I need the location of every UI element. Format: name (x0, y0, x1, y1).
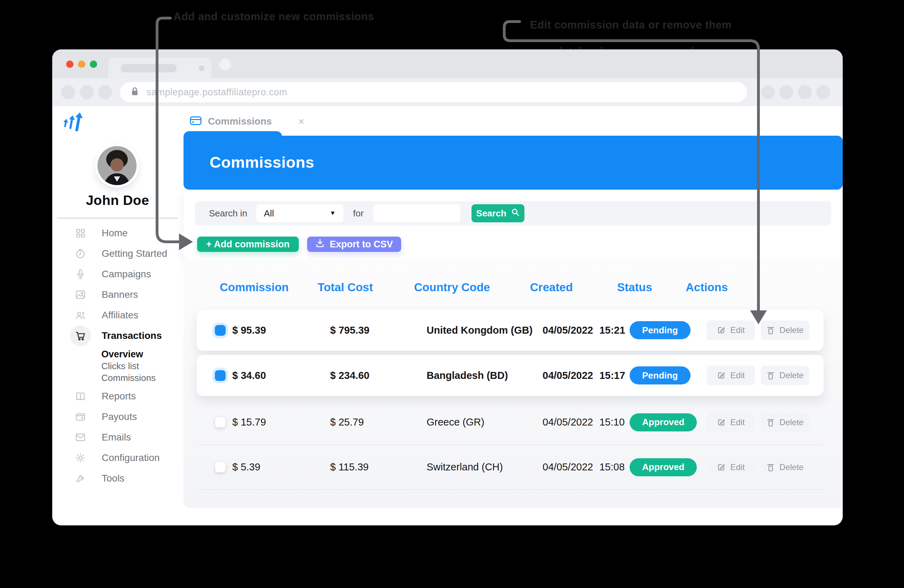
table-rows: $ 95.39 $ 795.39 United Kongdom (GB) 04/… (197, 310, 823, 490)
address-bar[interactable]: samplepage.postaffiliatepro.com (120, 82, 747, 102)
row-checkbox[interactable] (215, 325, 226, 336)
sidebar-item-label: Campaigns (102, 269, 151, 280)
sidebar-item-emails[interactable]: Emails (52, 427, 183, 448)
page-header-banner: Commissions (183, 136, 843, 190)
search-input[interactable] (373, 204, 460, 222)
close-window-button[interactable] (66, 60, 73, 68)
sidebar-item-label: Tools (102, 473, 124, 484)
browser-toolbar: samplepage.postaffiliatepro.com (52, 78, 843, 106)
minimize-window-button[interactable] (78, 60, 85, 68)
sidebar: John Doe HomeGetting StartedCampaignsBan… (52, 136, 183, 525)
edit-button[interactable]: Edit (706, 457, 755, 477)
sidebar-item-label: Home (102, 227, 128, 239)
sidebar-item-reports[interactable]: Reports (52, 386, 183, 407)
url-text: samplepage.postaffiliatepro.com (147, 87, 287, 98)
search-bar: Search in All ▼ for Search (195, 201, 831, 225)
wallet-icon (74, 411, 86, 423)
delete-button[interactable]: Delete (761, 457, 809, 477)
table-row[interactable]: $ 15.79 $ 25.79 Greece (GR) 04/05/2022 1… (197, 400, 823, 445)
extension-button-1[interactable] (761, 85, 775, 99)
trash-icon (767, 418, 775, 427)
table-row[interactable]: $ 34.60 $ 234.60 Bangladesh (BD) 04/05/2… (197, 355, 823, 396)
created-cell: 04/05/2022 15:17 (542, 370, 630, 381)
back-button[interactable] (61, 85, 75, 99)
table-actions-row: + Add commission Export to CSV (197, 236, 401, 252)
edit-button[interactable]: Edit (706, 413, 755, 432)
sidebar-item-label: Transactions (102, 330, 162, 341)
delete-button[interactable]: Delete (761, 320, 809, 340)
column-header-created: Created (530, 281, 630, 294)
edit-pencil-icon (717, 463, 726, 472)
search-filter-select[interactable]: All ▼ (256, 204, 343, 222)
new-tab-button[interactable] (220, 58, 231, 70)
app-tab-commissions[interactable]: Commissions × (190, 114, 304, 129)
search-button[interactable]: Search (471, 204, 525, 222)
country-code-cell: United Kongdom (GB) (427, 325, 542, 336)
edit-button[interactable]: Edit (706, 366, 755, 385)
export-csv-label: Export to CSV (330, 239, 393, 250)
row-actions: Edit Delete (706, 320, 823, 340)
row-checkbox[interactable] (215, 370, 226, 381)
edit-button[interactable]: Edit (706, 320, 755, 340)
delete-button[interactable]: Delete (761, 413, 809, 432)
row-actions: Edit Delete (706, 413, 823, 432)
sidebar-subitem-clicks-list[interactable]: Clicks list (52, 360, 183, 372)
sidebar-item-banners[interactable]: Banners (52, 284, 183, 305)
sidebar-item-getting-started[interactable]: Getting Started (52, 243, 183, 264)
export-csv-button[interactable]: Export to CSV (307, 236, 401, 252)
extension-button-3[interactable] (798, 85, 812, 99)
add-commission-button[interactable]: + Add commission (197, 236, 299, 252)
created-cell: 04/05/2022 15:08 (542, 461, 630, 473)
gear-icon (74, 452, 86, 464)
commission-cell: $ 34.60 (232, 370, 330, 381)
sidebar-item-label: Reports (102, 391, 136, 402)
status-badge: Approved (630, 458, 697, 476)
table-row[interactable]: $ 95.39 $ 795.39 United Kongdom (GB) 04/… (197, 310, 823, 351)
browser-menu-button[interactable] (816, 85, 830, 99)
trash-icon (767, 463, 775, 472)
sidebar-item-configuration[interactable]: Configuration (52, 448, 183, 468)
total-cost-cell: $ 795.39 (330, 325, 427, 336)
sidebar-subitem-overview[interactable]: Overview (52, 348, 183, 360)
commissions-table: CommissionTotal CostCountry CodeCreatedS… (183, 259, 843, 508)
delete-button[interactable]: Delete (761, 366, 809, 385)
chevron-down-icon: ▼ (330, 210, 336, 217)
status-badge: Pending (630, 321, 691, 339)
extension-button-2[interactable] (779, 85, 793, 99)
table-header-row: CommissionTotal CostCountry CodeCreatedS… (197, 281, 823, 294)
sidebar-item-transactions[interactable]: Transactions (52, 325, 183, 346)
row-checkbox[interactable] (215, 417, 226, 427)
annotation-add-commissions: Add and customize new commissions (174, 10, 374, 23)
annotation-edit-line1: Edit commission data or remove them (530, 12, 732, 38)
sidebar-menu: HomeGetting StartedCampaignsBannersAffil… (52, 223, 183, 489)
refresh-button[interactable] (98, 85, 112, 99)
search-button-label: Search (476, 208, 506, 219)
sidebar-item-affiliates[interactable]: Affiliates (52, 305, 183, 325)
forward-button[interactable] (80, 85, 94, 99)
search-in-label: Search in (209, 208, 247, 219)
sidebar-item-label: Getting Started (102, 248, 167, 259)
row-actions: Edit Delete (706, 366, 823, 385)
table-row[interactable]: $ 5.39 $ 115.39 Switzerland (CH) 04/05/2… (197, 445, 823, 490)
status-badge: Approved (630, 413, 697, 432)
envelope-icon (74, 432, 86, 443)
commission-cell: $ 5.39 (232, 461, 330, 473)
tab-close-dot[interactable] (199, 65, 204, 71)
app-tab-close-icon[interactable]: × (299, 115, 305, 127)
edit-pencil-icon (717, 418, 726, 427)
row-checkbox[interactable] (215, 462, 226, 473)
card-icon (190, 116, 202, 127)
sidebar-subitem-commissions[interactable]: Commissions (52, 372, 183, 384)
cart-icon (70, 325, 91, 346)
trash-icon (767, 371, 775, 380)
main-content: Commissions Search in All ▼ for Search (183, 136, 843, 525)
search-icon (511, 208, 520, 219)
sidebar-item-campaigns[interactable]: Campaigns (52, 264, 183, 284)
sidebar-item-tools[interactable]: Tools (52, 468, 183, 489)
browser-tab[interactable] (108, 58, 211, 78)
sidebar-item-payouts[interactable]: Payouts (52, 407, 183, 427)
sidebar-item-label: Emails (102, 432, 131, 443)
maximize-window-button[interactable] (90, 60, 97, 68)
clock-icon (74, 248, 86, 260)
sidebar-item-home[interactable]: Home (52, 223, 183, 243)
